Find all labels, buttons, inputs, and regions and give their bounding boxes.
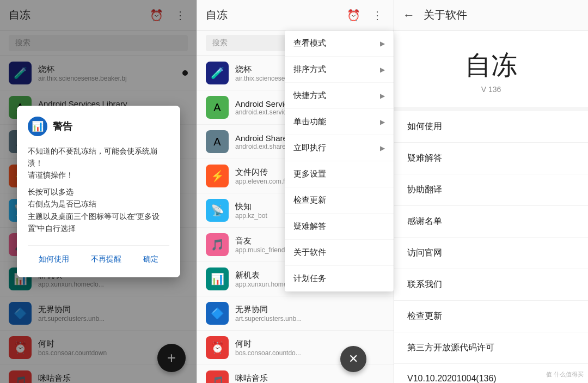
chevron-right-icon: ▶ <box>380 66 385 74</box>
app-info: 咪咕音乐 cmccwm.mobilemus... <box>235 373 385 384</box>
about-list: 如何使用疑难解答协助翻译感谢名单访问官网联系我们检查更新第三方开放源代码许可V1… <box>394 111 588 383</box>
dropdown-item[interactable]: 排序方式 ▶ <box>285 57 394 83</box>
dropdown-item[interactable]: 疑难解答 <box>285 214 394 240</box>
about-content: 自冻 V 136 如何使用疑难解答协助翻译感谢名单访问官网联系我们检查更新第三方… <box>394 31 588 383</box>
dialog-title: 警告 <box>53 120 72 133</box>
dialog-body: 不知道的不要乱冻结，可能会使系统崩溃！请谨慎操作！ 长按可以多选右侧点为是否已冻… <box>28 145 169 235</box>
about-menu-item[interactable]: 协助翻译 <box>394 174 588 206</box>
dialog-overlay: 📊 警告 不知道的不要乱冻结，可能会使系统崩溃！请谨慎操作！ 长按可以多选右侧点… <box>0 0 197 383</box>
middle-title: 自冻 <box>206 8 346 22</box>
app-icon: 🧪 <box>206 62 229 84</box>
dialog-header: 📊 警告 <box>28 117 169 136</box>
middle-alarm-icon[interactable]: ⏰ <box>346 8 361 23</box>
about-title: 关于软件 <box>424 8 467 22</box>
dropdown-item-label: 排序方式 <box>293 64 326 75</box>
dropdown-item-label: 更多设置 <box>293 169 326 179</box>
app-icon: ⚡ <box>206 165 229 187</box>
chevron-right-icon: ▶ <box>380 144 385 152</box>
app-name: 何时 <box>235 339 385 349</box>
dropdown-item-label: 查看模式 <box>293 38 326 48</box>
dropdown-item-label: 疑难解答 <box>293 221 326 232</box>
dialog-actions: 如何使用 不再提醒 确定 <box>28 245 169 266</box>
app-pkg: art.superclusters.unb... <box>235 315 385 323</box>
app-icon: A <box>206 130 229 153</box>
middle-top-bar: 自冻 ⏰ ⋮ <box>197 0 394 31</box>
dropdown-menu: 查看模式 ▶ 排序方式 ▶ 快捷方式 ▶ 单击功能 ▶ 立即执行 ▶ 更多设置 … <box>285 31 394 291</box>
dialog-confirm-btn[interactable]: 确定 <box>139 252 163 266</box>
app-name: 无界协同 <box>235 305 385 315</box>
dialog-how-btn[interactable]: 如何使用 <box>34 252 74 266</box>
about-menu-item[interactable]: 感谢名单 <box>394 206 588 238</box>
about-version: V 136 <box>394 85 588 94</box>
middle-more-icon[interactable]: ⋮ <box>370 8 385 23</box>
about-menu-item[interactable]: 访问官网 <box>394 238 588 269</box>
dropdown-item[interactable]: 关于软件 <box>285 240 394 266</box>
dropdown-item[interactable]: 查看模式 ▶ <box>285 31 394 57</box>
dialog-no-remind-btn[interactable]: 不再提醒 <box>87 252 126 266</box>
dropdown-item[interactable]: 计划任务 <box>285 266 394 291</box>
dropdown-item[interactable]: 单击功能 ▶ <box>285 109 394 135</box>
dropdown-item[interactable]: 检查更新 <box>285 187 394 214</box>
dropdown-item[interactable]: 快捷方式 ▶ <box>285 83 394 109</box>
panel-left: 自冻 ⏰ ⋮ 搜索 🧪 烧杯 air.thix.sciencesense.bea… <box>0 0 197 383</box>
watermark: 值 什么值得买 <box>546 370 584 379</box>
about-header: 自冻 V 136 <box>394 31 588 107</box>
app-icon: 🎵 <box>206 233 229 256</box>
dialog-icon: 📊 <box>28 117 47 136</box>
dropdown-item-label: 检查更新 <box>293 195 326 205</box>
about-menu-item[interactable]: 联系我们 <box>394 269 588 301</box>
middle-top-icons: ⏰ ⋮ <box>346 8 385 23</box>
dropdown-item[interactable]: 更多设置 <box>285 161 394 187</box>
dropdown-item[interactable]: 立即执行 ▶ <box>285 135 394 161</box>
dropdown-item-label: 单击功能 <box>293 117 326 127</box>
chevron-right-icon: ▶ <box>380 118 385 126</box>
panel-right: ← 关于软件 自冻 V 136 如何使用疑难解答协助翻译感谢名单访问官网联系我们… <box>394 0 588 383</box>
app-icon: 🔷 <box>206 302 229 325</box>
app-icon: 🎵 <box>206 370 229 383</box>
dropdown-item-label: 立即执行 <box>293 143 326 153</box>
app-icon: ⏰ <box>206 336 229 359</box>
app-name: 咪咕音乐 <box>235 373 385 384</box>
list-item[interactable]: 🎵 咪咕音乐 cmccwm.mobilemus... <box>197 365 394 383</box>
about-menu-item[interactable]: 如何使用 <box>394 111 588 143</box>
list-item[interactable]: 🔷 无界协同 art.superclusters.unb... <box>197 296 394 331</box>
about-menu-item[interactable]: 检查更新 <box>394 301 588 332</box>
app-icon: 📊 <box>206 268 229 290</box>
middle-fab-close[interactable]: ✕ <box>340 346 366 372</box>
panel-middle: 自冻 ⏰ ⋮ 搜索 🧪 烧杯 air.thix.sciencesense.bea… <box>197 0 394 383</box>
about-top-bar: ← 关于软件 <box>394 0 588 31</box>
app-icon: A <box>206 96 229 119</box>
dropdown-item-label: 计划任务 <box>293 273 326 284</box>
about-app-name: 自冻 <box>394 48 588 83</box>
warning-dialog: 📊 警告 不知道的不要乱冻结，可能会使系统崩溃！请谨慎操作！ 长按可以多选右侧点… <box>17 106 180 278</box>
dropdown-item-label: 快捷方式 <box>293 90 326 101</box>
chevron-right-icon: ▶ <box>380 40 385 47</box>
app-icon: 📡 <box>206 199 229 222</box>
about-menu-item[interactable]: 疑难解答 <box>394 143 588 174</box>
back-button[interactable]: ← <box>403 8 415 22</box>
chevron-right-icon: ▶ <box>380 92 385 100</box>
about-menu-item[interactable]: 第三方开放源代码许可 <box>394 332 588 364</box>
app-info: 无界协同 art.superclusters.unb... <box>235 305 385 323</box>
dropdown-item-label: 关于软件 <box>293 247 326 258</box>
